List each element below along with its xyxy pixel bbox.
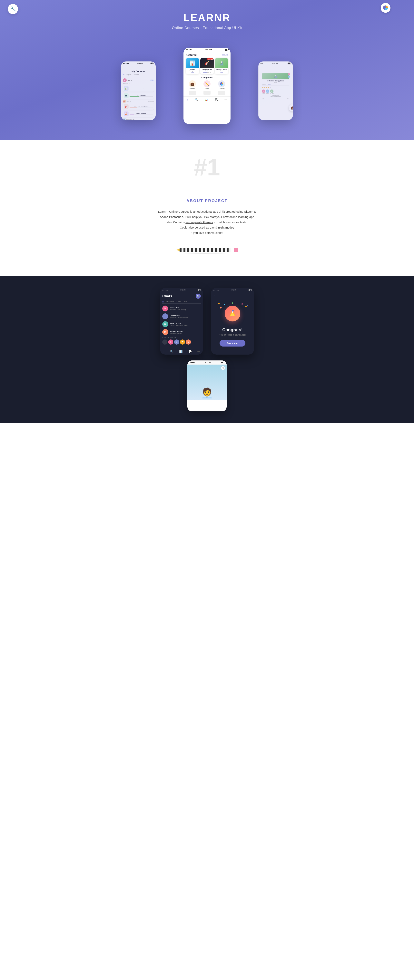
chat-item-margaret[interactable]: M Margaret Moreno Let me check that... <box>162 329 201 335</box>
reviewers-row: A Anna P Peter L Lin...reno <box>262 89 289 94</box>
categories-title: Categories <box>186 76 228 79</box>
rank-section: #1 <box>0 140 414 195</box>
chat-item-hannah[interactable]: H Hannah Tran Hi Hannah, Good Morning! <box>162 305 201 312</box>
awesome-button[interactable]: Awesome! <box>220 340 245 347</box>
category-design[interactable]: ✏️ Design <box>204 80 210 89</box>
category-economy[interactable]: Economy <box>218 80 225 89</box>
congrats-status-bar: 9:41 AM <box>211 288 254 292</box>
confetti-3 <box>231 302 234 304</box>
chart-icon[interactable]: 📊 <box>205 98 208 101</box>
confetti-2 <box>224 304 225 305</box>
follow-badge: Fo... <box>150 80 154 81</box>
chats-search-button[interactable]: 🔍 <box>196 294 201 299</box>
confetti-7 <box>245 305 247 307</box>
home-nav-icon[interactable]: ⌂ <box>163 350 164 353</box>
bottom-phones-row: 9:41 AM 🧑‍💼 ♡ <box>4 360 410 411</box>
course-card-baking[interactable]: 🍰 Basics of Baking <box>123 111 154 117</box>
status-time-left: 9:41 AM <box>137 62 143 64</box>
category-icon-design: ✏️ <box>204 80 210 88</box>
themes-link[interactable]: two separate themes <box>185 221 213 224</box>
about-title: ABOUT PROJECT <box>4 199 410 203</box>
phones-container: 9:41 AM ← My Courses All Ongoing Complet… <box>119 42 295 124</box>
tab-complete[interactable]: Complete <box>133 74 139 76</box>
course-card-guitar[interactable]: 🎸 Learn How To Play Guitar <box>123 103 154 110</box>
medicine-author: McGee <box>262 82 289 83</box>
like-button[interactable]: ♡ <box>221 366 225 370</box>
search-nav-icon[interactable]: 🔍 <box>170 350 174 353</box>
wrench-icon: 🔧 <box>8 4 18 14</box>
chats-tab-friends[interactable]: Friends <box>176 300 182 302</box>
review-text-preview: 1 Introduction to this course and overvi… <box>262 95 289 97</box>
pencil-illustration <box>4 239 410 264</box>
featured-card-business[interactable]: 📊 Business Management $19.99 <box>186 58 199 74</box>
home-icon[interactable]: ⌂ <box>187 98 188 101</box>
bottom-phone-time: 9:41 AM <box>205 362 211 363</box>
featured-cards: 📊 Business Management $19.99 SALE OFF 🎸 <box>186 58 228 74</box>
reviewer-peter: P <box>266 89 269 93</box>
sketch-link[interactable]: Sketch & Adobe Photoshop <box>160 210 256 218</box>
chart-nav-icon[interactable]: 📊 <box>179 350 183 353</box>
modes-link[interactable]: day & night modes <box>210 226 234 229</box>
back-arrow-congrats[interactable]: ← <box>213 293 217 297</box>
stats-row: 29 Courses 5... <box>123 83 154 84</box>
categories-grid: 💼 Business ✏️ Design <box>186 80 228 89</box>
three-dots-icon[interactable]: ⋮ <box>287 70 289 73</box>
course-card-business[interactable]: 📊 Business Management <box>123 85 154 92</box>
chat-item-walter[interactable]: W Walter Osborne Thanks, I will get back… <box>162 321 201 327</box>
dots-indicator: ••• <box>250 294 252 296</box>
back-arrow-left[interactable]: ← <box>123 67 154 69</box>
contact-avatar-4[interactable]: M <box>186 339 191 345</box>
reviewer-linda: L <box>270 89 274 93</box>
search-icon[interactable]: 🔍 <box>195 98 198 101</box>
tab-all[interactable]: All <box>123 74 124 76</box>
congrats-time: 9:41 AM <box>231 289 236 291</box>
chats-tab-instructors[interactable]: Instructors <box>166 300 174 302</box>
tab-about[interactable]: About <box>268 84 271 85</box>
contact-avatar-2[interactable]: L <box>174 339 179 345</box>
category-business[interactable]: 💼 Business <box>189 80 196 89</box>
course-icon-baking: 🍰 <box>124 111 129 116</box>
rank-number: #1 <box>4 156 410 179</box>
dark-section: 9:41 AM Chats 🔍 All Instructors Friends … <box>0 276 414 423</box>
chats-tab-bots[interactable]: Bots <box>184 300 187 302</box>
confetti-area <box>214 302 251 325</box>
phone-my-courses: 9:41 AM ← My Courses All Ongoing Complet… <box>121 61 156 120</box>
course-section-item: 2 W... Ba... <box>262 98 289 99</box>
courses-tab-bar: All Ongoing Complete <box>123 74 154 77</box>
hero-title: LEARNR <box>183 12 231 24</box>
sale-badge: SALE OFF <box>207 59 213 60</box>
see-all-link[interactable]: SEE ALL <box>222 54 228 56</box>
bottom-nav-center: ⌂ 🔍 📊 💬 ••• <box>183 96 231 103</box>
category-icon-economy <box>218 80 225 88</box>
featured-card-guitar[interactable]: SALE OFF 🎸 Learn How To Play Guitar $16.… <box>200 58 214 74</box>
course-banner: 🔬 <box>262 73 289 79</box>
phone-congrats: 9:41 AM ← ••• <box>211 288 254 355</box>
featured-label: Featured <box>186 54 197 56</box>
bottom-phone-status: 9:41 AM <box>187 360 227 364</box>
user-name: Anna H <box>127 80 132 81</box>
featured-card-medicine[interactable]: 🔬 Medicine & Biology Basic $10.98 <box>215 58 228 74</box>
course-icon-it: 💻 <box>124 93 129 98</box>
course-card-it[interactable]: 💻 IT & Cl Compu <box>123 92 154 99</box>
avatar-walter: W <box>162 321 168 327</box>
avatar-margaret: M <box>162 329 168 335</box>
medicine-course-title: n Medicine Biology Basic <box>262 80 289 82</box>
chat-item-louisa[interactable]: L Louisa McGee Is question 2 related to … <box>162 313 201 319</box>
tab-ongoing[interactable]: Ongoing <box>126 74 131 76</box>
chat-nav-icon[interactable]: 💬 <box>188 350 192 353</box>
bottom-phone-screen: 🧑‍💼 ♡ <box>187 364 227 400</box>
chat-icon[interactable]: 💬 <box>215 98 218 101</box>
more-icon[interactable]: ••• <box>225 98 228 101</box>
more-nav-icon[interactable]: ••• <box>197 350 200 353</box>
avatar-louisa: L <box>162 313 168 319</box>
contact-avatar-1[interactable]: H <box>168 339 173 345</box>
contact-avatar-3[interactable]: W <box>180 339 185 345</box>
chats-time: 9:41 AM <box>180 289 185 291</box>
bottom-phone-left: 9:41 AM 🧑‍💼 ♡ <box>187 360 227 411</box>
category-icon-business: 💼 <box>189 80 196 88</box>
chats-title: Chats <box>162 294 172 298</box>
badge-circle <box>225 306 240 321</box>
tab-reviews[interactable]: Reviews <box>262 84 266 85</box>
chats-tab-all[interactable]: All <box>162 300 164 302</box>
add-contact-button[interactable]: + <box>162 339 167 345</box>
